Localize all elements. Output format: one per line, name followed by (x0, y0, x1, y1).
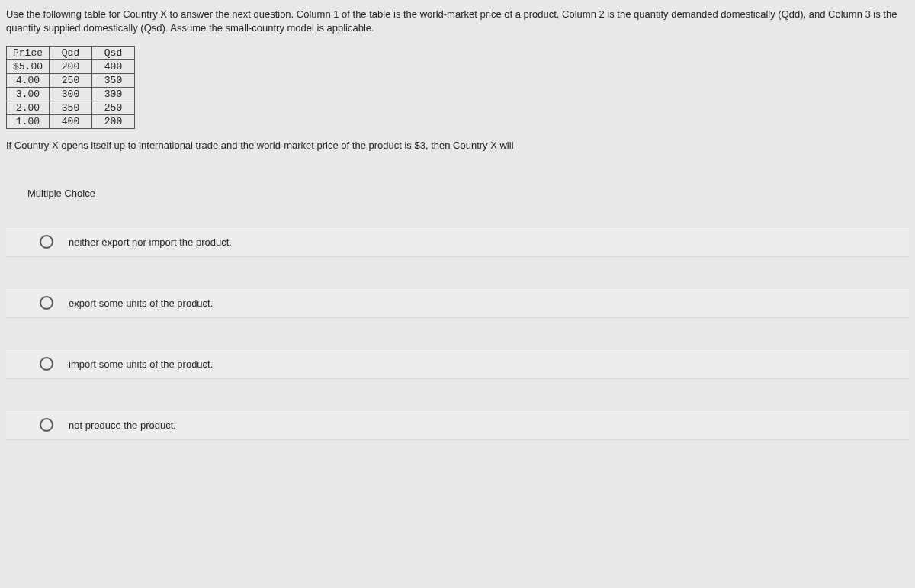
question-intro: Use the following table for Country X to… (6, 8, 909, 35)
option-text: neither export nor import the product. (69, 236, 232, 248)
options-list: neither export nor import the product. e… (6, 227, 909, 440)
table-cell: 250 (92, 101, 135, 115)
table-header: Price (7, 47, 50, 60)
table-header-row: Price Qdd Qsd (7, 47, 135, 60)
table-cell: 350 (92, 74, 135, 88)
table-cell: 250 (50, 74, 92, 88)
option-text: not produce the product. (69, 419, 176, 431)
data-table: Price Qdd Qsd $5.00 200 400 4.00 250 350… (6, 46, 135, 129)
table-cell: 200 (92, 115, 135, 129)
table-cell: $5.00 (7, 60, 50, 74)
table-cell: 400 (92, 60, 135, 74)
table-cell: 3.00 (7, 88, 50, 101)
table-header: Qdd (50, 47, 92, 60)
table-cell: 1.00 (7, 115, 50, 129)
table-cell: 300 (50, 88, 92, 101)
option-text: import some units of the product. (69, 358, 213, 370)
option-row[interactable]: not produce the product. (6, 410, 909, 440)
radio-icon[interactable] (40, 418, 53, 432)
table-row: 4.00 250 350 (7, 74, 135, 88)
table-cell: 2.00 (7, 101, 50, 115)
table-row: 1.00 400 200 (7, 115, 135, 129)
radio-icon[interactable] (40, 296, 53, 310)
option-text: export some units of the product. (69, 297, 213, 309)
table-cell: 200 (50, 60, 92, 74)
table-cell: 350 (50, 101, 92, 115)
question-container: Use the following table for Country X to… (0, 0, 915, 448)
table-row: 2.00 350 250 (7, 101, 135, 115)
table-cell: 300 (92, 88, 135, 101)
option-row[interactable]: import some units of the product. (6, 349, 909, 379)
table-cell: 400 (50, 115, 92, 129)
table-header: Qsd (92, 47, 135, 60)
multiple-choice-label: Multiple Choice (27, 188, 909, 199)
option-row[interactable]: export some units of the product. (6, 288, 909, 318)
option-row[interactable]: neither export nor import the product. (6, 227, 909, 257)
radio-icon[interactable] (40, 357, 53, 371)
question-followup: If Country X opens itself up to internat… (6, 140, 909, 151)
table-row: 3.00 300 300 (7, 88, 135, 101)
table-cell: 4.00 (7, 74, 50, 88)
table-row: $5.00 200 400 (7, 60, 135, 74)
radio-icon[interactable] (40, 235, 53, 249)
